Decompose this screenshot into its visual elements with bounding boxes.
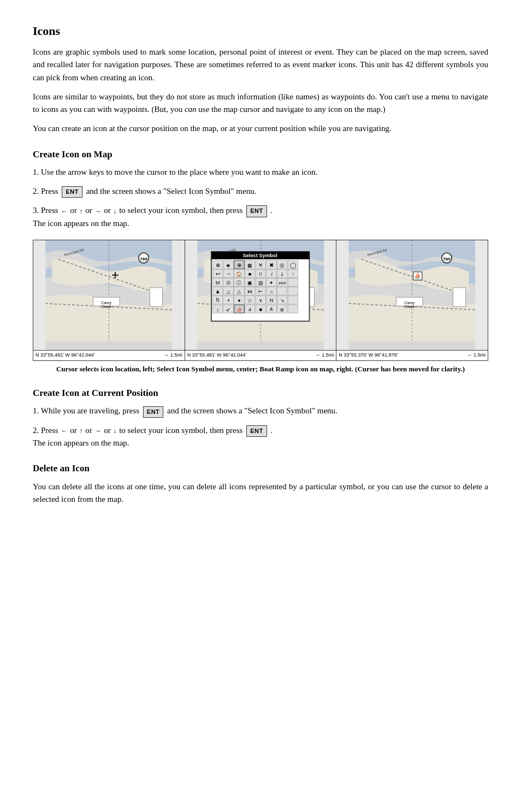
svg-text:ⅈ: ⅈ <box>270 271 272 277</box>
page-title: Icons <box>33 22 488 40</box>
section-delete-icon: Delete an Icon <box>33 461 488 476</box>
svg-text:■: ■ <box>248 271 252 277</box>
svg-text:△: △ <box>226 289 230 294</box>
svg-rect-92 <box>288 296 298 304</box>
map-image-row: Carey Creek 789 Municipal Rd N 33°55.481… <box>33 240 488 361</box>
svg-text:↩: ↩ <box>215 271 220 277</box>
intro-paragraph-2: Icons are similar to waypoints, but they… <box>33 91 488 116</box>
svg-text:↓: ↓ <box>216 306 219 312</box>
left-arrow: ← <box>61 206 67 217</box>
down-arrow-2: ↓ <box>113 426 116 436</box>
svg-text:789: 789 <box>140 257 147 262</box>
svg-text:▣: ▣ <box>247 280 252 286</box>
svg-rect-124 <box>453 288 466 307</box>
section-create-at-position: Create Icon at Current Position <box>33 386 488 400</box>
image-caption: Cursor selects icon location, left; Sele… <box>33 364 488 374</box>
svg-text:ↆ: ↆ <box>281 271 283 277</box>
svg-text:h: h <box>216 297 219 303</box>
svg-text:ⓘ: ⓘ <box>236 280 241 286</box>
left-arrow-2: ← <box>61 426 67 436</box>
svg-text:▦: ▦ <box>247 263 252 268</box>
svg-text:⊢: ⊢ <box>258 289 263 294</box>
svg-text:Creek: Creek <box>101 305 111 309</box>
svg-text:N: N <box>269 298 273 303</box>
step-1-text: 1. Use the arrow keys to move the cursor… <box>33 166 488 179</box>
enter-button-cur1: ENT <box>143 406 164 418</box>
intro-paragraph-3: You can create an icon at the cursor pos… <box>33 122 488 135</box>
svg-text:⊞: ⊞ <box>280 307 284 312</box>
svg-text:⛵: ⛵ <box>236 307 242 313</box>
svg-text:◇: ◇ <box>248 298 252 303</box>
enter-button-cur2: ENT <box>246 425 267 437</box>
svg-rect-9 <box>150 288 163 307</box>
svg-text:■: ■ <box>259 307 262 312</box>
delete-paragraph: You can delete all the icons at one time… <box>33 481 488 506</box>
svg-text:✖: ✖ <box>269 262 274 268</box>
map-scale-right: ↔ 1.5mi <box>467 352 486 359</box>
svg-text:≛: ≛ <box>269 307 274 312</box>
svg-text:◈: ◈ <box>226 262 230 268</box>
svg-text:4: 4 <box>248 307 251 312</box>
enter-button-step3: ENT <box>246 205 267 217</box>
intro-paragraph-1: Icons are graphic symbols used to mark s… <box>33 46 488 84</box>
up-arrow: ↑ <box>79 206 82 217</box>
map-footer-left: N 33°55.481' W 96°42.044' ↔ 1.5mi <box>33 350 185 360</box>
svg-text:⌖: ⌖ <box>227 298 229 303</box>
svg-text:♠: ♠ <box>238 298 240 303</box>
svg-text:↙: ↙ <box>226 306 230 312</box>
svg-rect-63 <box>288 278 298 286</box>
svg-text:↘: ↘ <box>280 298 284 303</box>
svg-text:M: M <box>215 280 220 286</box>
svg-text:◎: ◎ <box>280 262 285 268</box>
svg-text:↑: ↑ <box>292 271 294 277</box>
svg-text:⁞⁞: ⁞⁞ <box>259 271 262 277</box>
map-scale-left: ↔ 1.5mi <box>164 352 182 359</box>
step-cur-1-text: 1. While you are traveling, press ENT an… <box>33 405 488 417</box>
map-coords-center: N 33°55.481' W 96°42.044' <box>187 352 246 359</box>
svg-text:▲: ▲ <box>215 288 220 294</box>
map-scale-center: ↔ 1.5mi <box>316 352 334 359</box>
enter-button-inline: ENT <box>62 186 82 198</box>
svg-text:✕: ✕ <box>258 262 263 268</box>
map-panel-center: 789 Municipal Rd Select Symbol ⊕ ◈ ⊕ ▦ ✕ <box>185 240 337 360</box>
svg-text:🏠: 🏠 <box>236 271 242 277</box>
section-create-on-map: Create Icon on Map <box>33 147 488 162</box>
down-arrow: ↓ <box>113 206 116 217</box>
svg-text:▤: ▤ <box>258 280 263 286</box>
map-coords-left: N 33°55.481' W 96°42.044' <box>35 352 94 359</box>
up-arrow-2: ↑ <box>79 426 82 436</box>
svg-rect-77 <box>277 287 287 295</box>
svg-text:△: △ <box>237 289 241 294</box>
svg-text:⊕: ⊕ <box>215 262 220 268</box>
svg-text:Creek: Creek <box>405 305 415 309</box>
svg-text:✦: ✦ <box>269 280 274 286</box>
step-2-text: 2. Press ENT and the screen shows a "Sel… <box>33 185 488 198</box>
step-cur-2-text: 2. Press ← or ↑ or → or ↓ to select your… <box>33 424 488 450</box>
map-panel-left: Carey Creek 789 Municipal Rd N 33°55.481… <box>33 240 185 360</box>
right-arrow: → <box>94 206 101 217</box>
svg-text:⛵: ⛵ <box>415 272 422 280</box>
map-footer-center: N 33°55.481' W 96°42.044' ↔ 1.5mi <box>185 350 336 360</box>
svg-text:⋈: ⋈ <box>247 289 252 294</box>
svg-rect-107 <box>288 305 298 313</box>
svg-text:⊕: ⊕ <box>237 262 241 268</box>
svg-text:∨: ∨ <box>259 298 263 303</box>
svg-text:⊙: ⊙ <box>226 280 230 286</box>
svg-text:789: 789 <box>443 257 451 262</box>
right-arrow-2: → <box>94 426 101 436</box>
svg-text:◯: ◯ <box>290 262 296 269</box>
map-footer-right: N 33°55.370' W 96°41.876' ↔ 1.5mi <box>336 350 488 360</box>
map-coords-right: N 33°55.370' W 96°41.876' <box>339 352 398 359</box>
svg-text:⌂: ⌂ <box>270 289 273 294</box>
svg-text:Select Symbol: Select Symbol <box>242 253 277 258</box>
map-panel-right: Carey Creek 789 Municipal Rd ⛵ N 33°55.3… <box>336 240 488 360</box>
step-3-text: 3. Press ← or ↑ or → or ↓ to select your… <box>33 204 488 230</box>
svg-text:###: ### <box>279 281 286 286</box>
svg-text:→: → <box>226 271 231 277</box>
svg-rect-78 <box>288 287 298 295</box>
